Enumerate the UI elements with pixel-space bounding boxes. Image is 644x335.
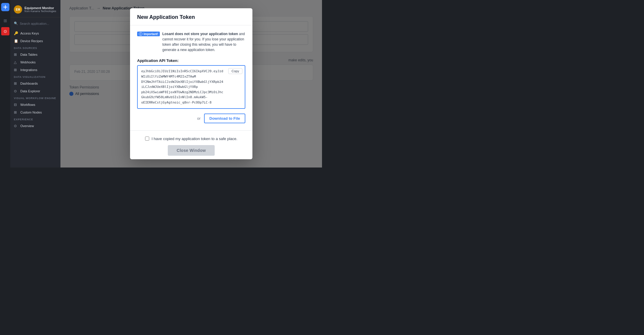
checkbox-row: I have copied my application token to a …: [145, 137, 237, 141]
section-label-data-sources: Data Sources: [10, 45, 60, 51]
sidebar-item-data-explorer[interactable]: ⊙ Data Explorer: [10, 87, 60, 95]
nav-panel: EM Equipment Monitor from Kanarra Techno…: [10, 0, 60, 168]
nav-label: Webhooks: [20, 60, 36, 64]
modal-footer: I have copied my application token to a …: [130, 130, 252, 159]
explorer-icon: ⊙: [14, 89, 18, 93]
checkbox-label: I have copied my application token to a …: [152, 137, 237, 141]
or-text: or: [197, 116, 201, 121]
close-window-button[interactable]: Close Window: [168, 145, 215, 156]
section-label-experience: Experience: [10, 116, 60, 122]
key-icon: 🔑: [14, 31, 18, 35]
sidebar-item-device-recipes[interactable]: 📋 Device Recipes: [10, 37, 60, 45]
search-input[interactable]: [20, 22, 57, 25]
avatar: EM: [14, 5, 22, 14]
integration-icon: ⊞: [14, 68, 18, 72]
nav-label: Device Recipes: [20, 39, 43, 43]
app-sub: from Kanarra Technologies: [24, 10, 56, 13]
sidebar-icon-grid[interactable]: ⊞: [1, 17, 9, 25]
section-label-data-viz: Data Visualization: [10, 74, 60, 80]
nav-label: Access Keys: [20, 32, 39, 35]
modal-title: New Application Token: [137, 14, 245, 20]
main-content: Application T... → New Application Token…: [60, 0, 322, 168]
or-row: or Download to File: [137, 114, 245, 123]
token-text: eyJhbGciOiJIUzI1NiIsInR5cCI6IkpXVCJ9.eyJ…: [141, 69, 241, 105]
node-icon: ⊞: [14, 110, 18, 114]
nav-label: Dashboards: [20, 82, 38, 85]
nav-label: Custom Nodes: [20, 111, 42, 114]
sidebar-item-overview[interactable]: ⊙ Overview: [10, 122, 60, 130]
important-text: Losant does not store your application t…: [162, 31, 245, 52]
sidebar-item-integrations[interactable]: ⊞ Integrations: [10, 66, 60, 74]
nav-label: Data Explorer: [20, 89, 40, 93]
app-name: Equipment Monitor: [24, 6, 56, 10]
sidebar-item-workflows[interactable]: ⊟ Workflows: [10, 101, 60, 109]
download-button[interactable]: Download to File: [204, 114, 245, 123]
app-logo[interactable]: [1, 3, 9, 11]
sidebar: ⊞ ⊙: [0, 0, 10, 168]
copied-checkbox[interactable]: [145, 137, 149, 141]
sidebar-item-webhooks[interactable]: △ Webhooks: [10, 58, 60, 66]
important-banner: i Important! Losant does not store your …: [137, 31, 245, 52]
search-box[interactable]: 🔍: [10, 20, 60, 27]
modal-backdrop: New Application Token i Important! Losan…: [60, 0, 322, 168]
token-label: Application API Token:: [137, 58, 245, 63]
sidebar-item-dashboards[interactable]: ⊞ Dashboards: [10, 80, 60, 87]
dashboard-icon: ⊞: [14, 81, 18, 86]
sidebar-icon-active[interactable]: ⊙: [1, 27, 9, 35]
token-field-wrapper: eyJhbGciOiJIUzI1NiIsInR5cCI6IkpXVCJ9.eyJ…: [137, 65, 245, 109]
webhook-icon: △: [14, 60, 18, 64]
nav-label: Overview: [20, 124, 34, 128]
important-badge: i Important!: [137, 32, 160, 36]
overview-icon: ⊙: [14, 124, 18, 128]
modal-header: New Application Token: [130, 8, 252, 25]
app-header: EM Equipment Monitor from Kanarra Techno…: [10, 3, 60, 17]
nav-label: Integrations: [20, 68, 37, 72]
search-icon: 🔍: [14, 22, 18, 25]
sidebar-item-access-keys[interactable]: 🔑 Access Keys: [10, 29, 60, 37]
table-icon: ⊞: [14, 52, 18, 57]
copy-button[interactable]: Copy: [228, 68, 242, 74]
workflow-icon: ⊟: [14, 103, 18, 107]
nav-label: Workflows: [20, 103, 35, 106]
recipe-icon: 📋: [14, 39, 18, 43]
sidebar-item-custom-nodes[interactable]: ⊞ Custom Nodes: [10, 109, 60, 116]
modal-body: i Important! Losant does not store your …: [130, 25, 252, 130]
svg-point-0: [5, 6, 6, 8]
sidebar-item-data-tables[interactable]: ⊞ Data Tables: [10, 51, 60, 58]
section-label-workflow-engine: Visual Workflow Engine: [10, 95, 60, 101]
modal: New Application Token i Important! Losan…: [130, 8, 252, 159]
nav-label: Data Tables: [20, 53, 37, 56]
info-circle-icon: i: [139, 32, 142, 36]
